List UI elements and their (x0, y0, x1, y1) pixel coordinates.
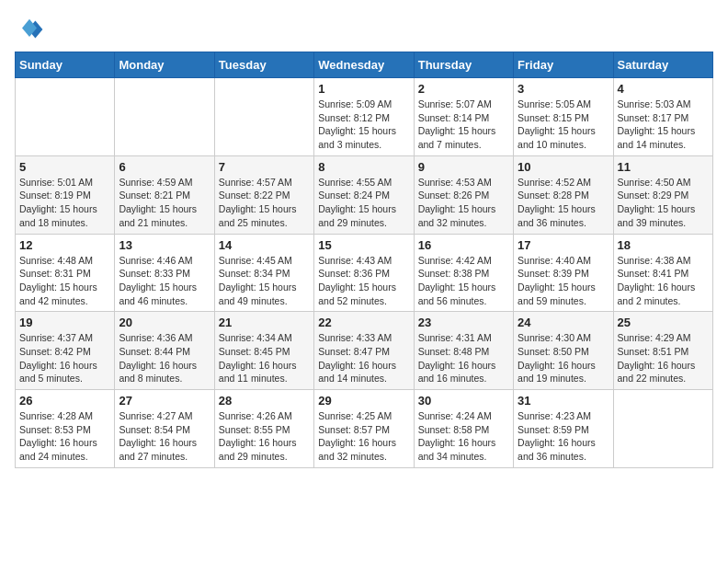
day-number: 23 (418, 316, 509, 329)
calendar-week-row: 12Sunrise: 4:48 AM Sunset: 8:31 PM Dayli… (16, 234, 713, 312)
day-number: 11 (618, 160, 709, 174)
calendar-cell: 6Sunrise: 4:59 AM Sunset: 8:21 PM Daylig… (115, 155, 214, 234)
day-of-week-header: Saturday (613, 52, 712, 78)
day-number: 13 (119, 238, 210, 252)
calendar-cell: 8Sunrise: 4:55 AM Sunset: 8:24 PM Daylig… (314, 155, 414, 234)
day-of-week-header: Sunday (16, 52, 115, 78)
day-number: 12 (19, 238, 110, 252)
day-number: 29 (318, 394, 409, 408)
day-info: Sunrise: 5:03 AM Sunset: 8:17 PM Dayligh… (618, 98, 709, 152)
calendar-cell: 3Sunrise: 5:05 AM Sunset: 8:15 PM Daylig… (514, 78, 613, 156)
day-of-week-header: Tuesday (214, 52, 313, 78)
day-info: Sunrise: 4:53 AM Sunset: 8:26 PM Dayligh… (418, 176, 509, 230)
day-number: 21 (219, 316, 310, 329)
day-number: 2 (418, 82, 509, 96)
day-info: Sunrise: 5:07 AM Sunset: 8:14 PM Dayligh… (418, 98, 509, 152)
day-number: 19 (19, 316, 110, 329)
day-info: Sunrise: 5:01 AM Sunset: 8:19 PM Dayligh… (19, 176, 110, 230)
day-number: 9 (418, 160, 509, 174)
calendar-cell: 20Sunrise: 4:36 AM Sunset: 8:44 PM Dayli… (115, 312, 214, 390)
day-number: 3 (518, 82, 609, 96)
calendar-cell: 16Sunrise: 4:42 AM Sunset: 8:38 PM Dayli… (414, 234, 513, 312)
day-info: Sunrise: 4:43 AM Sunset: 8:36 PM Dayligh… (318, 254, 409, 308)
day-info: Sunrise: 4:59 AM Sunset: 8:21 PM Dayligh… (119, 176, 210, 230)
calendar-cell: 5Sunrise: 5:01 AM Sunset: 8:19 PM Daylig… (16, 155, 115, 234)
calendar-cell: 12Sunrise: 4:48 AM Sunset: 8:31 PM Dayli… (16, 234, 115, 312)
day-number: 10 (518, 160, 609, 174)
calendar-cell: 4Sunrise: 5:03 AM Sunset: 8:17 PM Daylig… (613, 78, 712, 156)
day-of-week-header: Thursday (414, 52, 513, 78)
calendar-cell: 17Sunrise: 4:40 AM Sunset: 8:39 PM Dayli… (514, 234, 613, 312)
day-info: Sunrise: 4:30 AM Sunset: 8:50 PM Dayligh… (518, 331, 609, 385)
calendar-cell: 24Sunrise: 4:30 AM Sunset: 8:50 PM Dayli… (514, 312, 613, 390)
day-info: Sunrise: 4:52 AM Sunset: 8:28 PM Dayligh… (518, 176, 609, 230)
day-number: 8 (318, 160, 409, 174)
calendar-cell: 9Sunrise: 4:53 AM Sunset: 8:26 PM Daylig… (414, 155, 513, 234)
calendar-cell: 15Sunrise: 4:43 AM Sunset: 8:36 PM Dayli… (314, 234, 414, 312)
calendar-cell: 1Sunrise: 5:09 AM Sunset: 8:12 PM Daylig… (314, 78, 414, 156)
day-info: Sunrise: 4:50 AM Sunset: 8:29 PM Dayligh… (618, 176, 709, 230)
day-info: Sunrise: 4:27 AM Sunset: 8:54 PM Dayligh… (119, 409, 210, 464)
day-info: Sunrise: 4:29 AM Sunset: 8:51 PM Dayligh… (618, 331, 709, 385)
day-info: Sunrise: 4:46 AM Sunset: 8:33 PM Dayligh… (119, 254, 210, 308)
calendar-cell: 27Sunrise: 4:27 AM Sunset: 8:54 PM Dayli… (115, 390, 214, 468)
calendar-cell: 2Sunrise: 5:07 AM Sunset: 8:14 PM Daylig… (414, 78, 513, 156)
calendar-header-row: SundayMondayTuesdayWednesdayThursdayFrid… (16, 52, 713, 78)
day-info: Sunrise: 4:31 AM Sunset: 8:48 PM Dayligh… (418, 331, 509, 385)
calendar-cell (613, 390, 712, 468)
calendar-cell: 10Sunrise: 4:52 AM Sunset: 8:28 PM Dayli… (514, 155, 613, 234)
day-info: Sunrise: 4:48 AM Sunset: 8:31 PM Dayligh… (19, 254, 110, 308)
day-number: 6 (119, 160, 210, 174)
day-number: 20 (119, 316, 210, 329)
calendar-cell: 13Sunrise: 4:46 AM Sunset: 8:33 PM Dayli… (115, 234, 214, 312)
calendar-table: SundayMondayTuesdayWednesdayThursdayFrid… (15, 52, 713, 468)
day-number: 14 (219, 238, 310, 252)
day-of-week-header: Wednesday (314, 52, 414, 78)
calendar-cell: 25Sunrise: 4:29 AM Sunset: 8:51 PM Dayli… (613, 312, 712, 390)
calendar-cell: 29Sunrise: 4:25 AM Sunset: 8:57 PM Dayli… (314, 390, 414, 468)
day-number: 15 (318, 238, 409, 252)
day-info: Sunrise: 5:09 AM Sunset: 8:12 PM Dayligh… (318, 98, 409, 152)
day-number: 25 (618, 316, 709, 329)
day-number: 31 (518, 394, 609, 408)
calendar-cell: 22Sunrise: 4:33 AM Sunset: 8:47 PM Dayli… (314, 312, 414, 390)
logo (15, 15, 48, 44)
day-info: Sunrise: 4:40 AM Sunset: 8:39 PM Dayligh… (518, 254, 609, 308)
page-header (15, 15, 713, 44)
calendar-cell: 18Sunrise: 4:38 AM Sunset: 8:41 PM Dayli… (613, 234, 712, 312)
day-info: Sunrise: 4:28 AM Sunset: 8:53 PM Dayligh… (19, 409, 110, 464)
day-of-week-header: Friday (514, 52, 613, 78)
day-info: Sunrise: 4:57 AM Sunset: 8:22 PM Dayligh… (219, 176, 310, 230)
day-info: Sunrise: 4:38 AM Sunset: 8:41 PM Dayligh… (618, 254, 709, 308)
day-number: 17 (518, 238, 609, 252)
day-info: Sunrise: 4:25 AM Sunset: 8:57 PM Dayligh… (318, 409, 409, 464)
calendar-cell: 30Sunrise: 4:24 AM Sunset: 8:58 PM Dayli… (414, 390, 513, 468)
calendar-cell (115, 78, 214, 156)
calendar-cell (214, 78, 313, 156)
day-number: 22 (318, 316, 409, 329)
calendar-cell: 14Sunrise: 4:45 AM Sunset: 8:34 PM Dayli… (214, 234, 313, 312)
day-number: 5 (19, 160, 110, 174)
logo-icon (15, 15, 44, 44)
day-info: Sunrise: 5:05 AM Sunset: 8:15 PM Dayligh… (518, 98, 609, 152)
calendar-cell (16, 78, 115, 156)
day-info: Sunrise: 4:26 AM Sunset: 8:55 PM Dayligh… (219, 409, 310, 464)
calendar-cell: 11Sunrise: 4:50 AM Sunset: 8:29 PM Dayli… (613, 155, 712, 234)
day-number: 24 (518, 316, 609, 329)
day-info: Sunrise: 4:34 AM Sunset: 8:45 PM Dayligh… (219, 331, 310, 385)
day-number: 27 (119, 394, 210, 408)
calendar-week-row: 26Sunrise: 4:28 AM Sunset: 8:53 PM Dayli… (16, 390, 713, 468)
day-info: Sunrise: 4:33 AM Sunset: 8:47 PM Dayligh… (318, 331, 409, 385)
calendar-week-row: 19Sunrise: 4:37 AM Sunset: 8:42 PM Dayli… (16, 312, 713, 390)
calendar-cell: 31Sunrise: 4:23 AM Sunset: 8:59 PM Dayli… (514, 390, 613, 468)
day-number: 26 (19, 394, 110, 408)
calendar-cell: 7Sunrise: 4:57 AM Sunset: 8:22 PM Daylig… (214, 155, 313, 234)
day-info: Sunrise: 4:36 AM Sunset: 8:44 PM Dayligh… (119, 331, 210, 385)
calendar-cell: 23Sunrise: 4:31 AM Sunset: 8:48 PM Dayli… (414, 312, 513, 390)
calendar-week-row: 1Sunrise: 5:09 AM Sunset: 8:12 PM Daylig… (16, 78, 713, 156)
day-info: Sunrise: 4:23 AM Sunset: 8:59 PM Dayligh… (518, 409, 609, 464)
calendar-cell: 19Sunrise: 4:37 AM Sunset: 8:42 PM Dayli… (16, 312, 115, 390)
calendar-cell: 26Sunrise: 4:28 AM Sunset: 8:53 PM Dayli… (16, 390, 115, 468)
day-info: Sunrise: 4:42 AM Sunset: 8:38 PM Dayligh… (418, 254, 509, 308)
calendar-cell: 28Sunrise: 4:26 AM Sunset: 8:55 PM Dayli… (214, 390, 313, 468)
